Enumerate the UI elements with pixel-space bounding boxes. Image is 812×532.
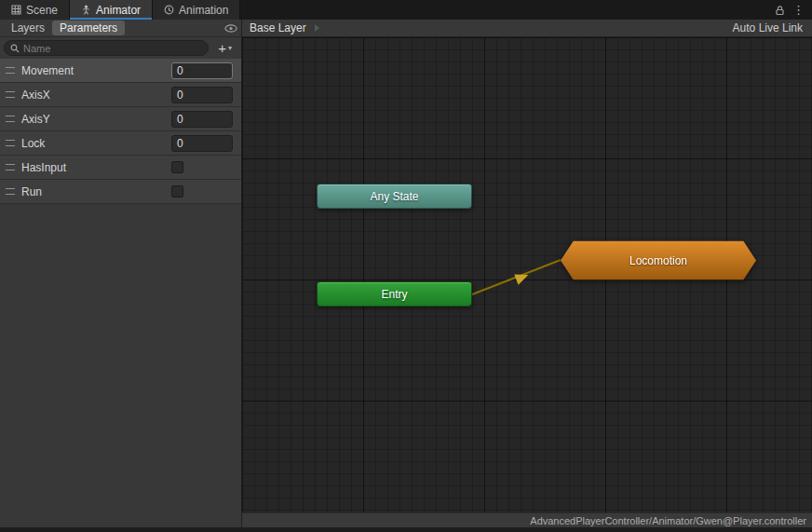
parameter-value-field[interactable]: 0 <box>171 135 233 152</box>
clock-icon <box>164 5 174 15</box>
tab-animator[interactable]: Animator <box>70 0 153 20</box>
parameter-row-lock[interactable]: Lock 0 <box>0 131 241 156</box>
eye-icon[interactable] <box>224 24 237 33</box>
tab-animation[interactable]: Animation <box>153 0 240 20</box>
graph-panel: Base Layer Auto Live Link Any State <box>242 20 812 527</box>
parameter-row-movement[interactable]: Movement 0 <box>0 59 241 83</box>
search-input[interactable] <box>23 43 202 54</box>
node-label: Any State <box>370 190 418 203</box>
parameter-name: AxisY <box>21 113 171 126</box>
parameter-checkbox[interactable] <box>171 185 183 198</box>
breadcrumb-chevron-icon <box>315 24 319 32</box>
tab-scene-label: Scene <box>26 4 58 17</box>
parameter-row-hasinput[interactable]: HasInput <box>0 156 241 180</box>
panel-toolbar: Layers Parameters <box>0 20 241 37</box>
tabbar-spacer <box>240 0 767 20</box>
animator-window: Scene Animator Animation ⋮ <box>0 0 812 532</box>
animator-icon <box>81 5 91 15</box>
parameter-name: Run <box>21 185 171 198</box>
parameter-list: Movement 0 AxisX 0 AxisY 0 <box>0 59 241 527</box>
search-field[interactable] <box>4 40 209 56</box>
controller-path: AdvancedPlayerController/Animator/Gwen@P… <box>530 515 806 526</box>
drag-handle-icon[interactable] <box>6 140 15 146</box>
graph-canvas[interactable]: Any State Entry Locomotion AdvancedPlaye… <box>242 37 812 527</box>
node-any-state[interactable]: Any State <box>317 184 472 209</box>
breadcrumb: Base Layer <box>250 21 319 34</box>
kebab-menu-icon[interactable]: ⋮ <box>792 4 805 16</box>
parameter-name: Movement <box>21 64 171 77</box>
plus-icon: + <box>218 41 226 55</box>
parameter-name: AxisX <box>21 89 171 102</box>
breadcrumb-base-layer[interactable]: Base Layer <box>250 21 306 34</box>
graph-toolbar: Base Layer Auto Live Link <box>242 20 812 37</box>
node-locomotion[interactable]: Locomotion <box>561 240 756 280</box>
parameter-row-run[interactable]: Run <box>0 180 241 204</box>
parameter-value-field[interactable]: 0 <box>171 87 233 103</box>
parameters-tab[interactable]: Parameters <box>52 20 125 35</box>
grid-icon <box>11 5 21 15</box>
parameter-row-axisy[interactable]: AxisY 0 <box>0 107 241 131</box>
node-label: Entry <box>381 288 407 301</box>
add-parameter-button[interactable]: + ▾ <box>212 41 237 55</box>
tab-scene[interactable]: Scene <box>0 0 70 20</box>
search-icon <box>10 44 20 53</box>
parameter-value-field[interactable]: 0 <box>171 62 233 79</box>
drag-handle-icon[interactable] <box>6 116 15 122</box>
parameter-row-axisx[interactable]: AxisX 0 <box>0 83 241 107</box>
tab-animator-label: Animator <box>96 4 141 17</box>
window-bottom-edge <box>0 527 812 532</box>
parameter-name: HasInput <box>21 161 171 174</box>
drag-handle-icon[interactable] <box>6 91 15 98</box>
node-label: Locomotion <box>629 254 687 267</box>
tab-bar: Scene Animator Animation ⋮ <box>0 0 812 20</box>
auto-live-link-button[interactable]: Auto Live Link <box>731 21 805 34</box>
lock-icon[interactable] <box>775 5 785 16</box>
parameter-value-field[interactable]: 0 <box>171 111 233 128</box>
drag-handle-icon[interactable] <box>6 164 15 171</box>
drag-handle-icon[interactable] <box>6 67 15 74</box>
parameters-panel: Layers Parameters + ▾ <box>0 20 242 527</box>
chevron-down-icon: ▾ <box>228 44 232 52</box>
parameter-checkbox[interactable] <box>171 161 183 173</box>
tab-animation-label: Animation <box>179 4 228 17</box>
node-entry[interactable]: Entry <box>317 281 472 307</box>
search-row: + ▾ <box>0 37 241 59</box>
status-bar: AdvancedPlayerController/Animator/Gwen@P… <box>242 512 812 527</box>
layers-tab[interactable]: Layers <box>4 20 52 35</box>
parameter-name: Lock <box>21 137 171 150</box>
drag-handle-icon[interactable] <box>6 188 15 195</box>
